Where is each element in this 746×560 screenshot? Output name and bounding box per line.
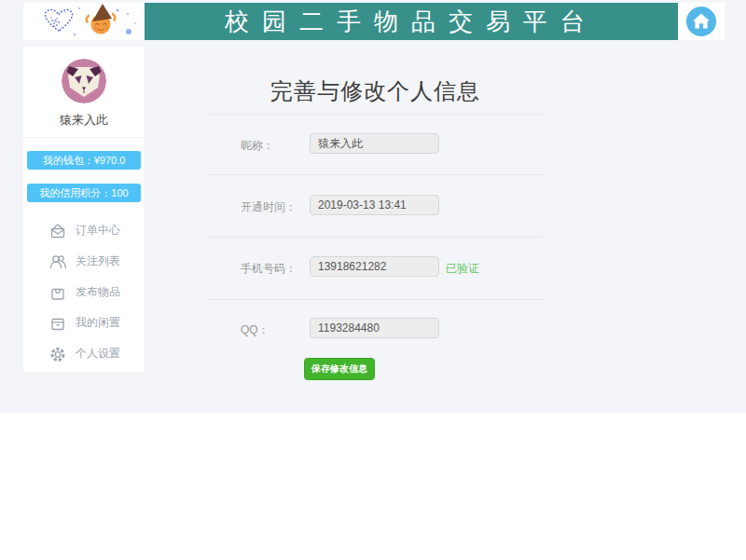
home-button[interactable] [678,3,725,40]
row-divider [207,114,544,115]
sidebar: 猿来入此 我的钱包：¥970.0 我的信用积分：100 订单中心 [23,47,145,372]
sidebar-item-settings[interactable]: 个人设置 [23,338,145,369]
site-logo [23,3,145,40]
sidebar-item-label: 个人设置 [76,346,120,362]
page-title: 完善与修改个人信息 [207,76,544,106]
nickname-label: 昵称： [241,138,274,154]
save-button[interactable]: 保存修改信息 [304,358,375,380]
sidebar-item-label: 关注列表 [76,253,120,269]
sidebar-item-idle-items[interactable]: 我的闲置 [23,307,145,338]
row-divider [207,237,544,238]
qq-input[interactable] [310,318,439,338]
signup-time-input[interactable] [310,195,439,215]
sidebar-item-follows[interactable]: 关注列表 [23,246,145,277]
row-divider [207,299,544,300]
logo-heart-mascot-icon [23,3,145,40]
sidebar-menu: 订单中心 关注列表 发布物品 [23,215,145,369]
username: 猿来入此 [23,112,145,129]
profile-edit-panel: 完善与修改个人信息 昵称： 开通时间： 手机号码： 已验证 QQ： 保存修改信息 [207,0,544,413]
publish-bag-icon [48,283,67,302]
nickname-input[interactable] [310,133,439,154]
home-icon [685,6,717,37]
credit-score-button[interactable]: 我的信用积分：100 [27,184,141,202]
avatar [62,59,106,103]
sidebar-item-label: 我的闲置 [76,315,120,331]
phone-input[interactable] [310,256,439,277]
app-window: 校园二手物品交易平台 猿来入此 我的钱包：¥970.0 我的信用积分：100 [0,0,746,560]
settings-gear-icon [48,345,67,363]
row-divider [207,174,544,175]
signup-time-label: 开通时间： [241,199,297,215]
sidebar-item-label: 订单中心 [76,223,120,239]
verified-badge: 已验证 [446,261,479,277]
sidebar-item-label: 发布物品 [76,284,120,300]
sidebar-item-publish[interactable]: 发布物品 [23,277,145,307]
qq-label: QQ： [241,322,269,338]
user-profile: 猿来入此 [23,47,145,138]
follow-people-icon [48,253,67,271]
wallet-button[interactable]: 我的钱包：¥970.0 [27,151,141,170]
idle-box-icon [48,314,67,333]
phone-label: 手机号码： [241,261,297,277]
sidebar-item-orders[interactable]: 订单中心 [23,215,145,246]
order-envelope-icon [48,222,67,240]
